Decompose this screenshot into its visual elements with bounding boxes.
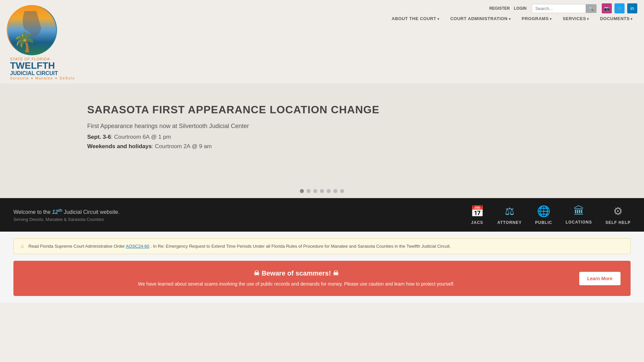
selfhelp-icon: ⚙ bbox=[613, 205, 623, 218]
main-nav: ABOUT THE COURT COURT ADMINISTRATION PRO… bbox=[78, 13, 644, 27]
hero-date-line2: Weekends and holidays: Courtroom 2A @ 9 … bbox=[87, 143, 631, 150]
hero-section: SARASOTA FIRST APPEARANCE LOCATION CHANG… bbox=[0, 83, 644, 184]
alert-text-post: . In Re: Emergency Request to Extend Tim… bbox=[151, 244, 451, 249]
hero-date-line1: Sept. 3-6: Courtroom 6A @ 1 pm bbox=[87, 134, 631, 140]
nav-court-administration[interactable]: COURT ADMINISTRATION bbox=[445, 13, 515, 24]
hero-subtitle: First Appearance hearings now at Silvert… bbox=[87, 123, 631, 130]
auth-links: REGISTER LOGIN bbox=[489, 6, 527, 11]
quick-link-public[interactable]: 🌐 PUBLIC bbox=[535, 205, 552, 225]
linkedin-icon[interactable]: in bbox=[627, 3, 637, 13]
quick-link-attorney[interactable]: ⚖ ATTORNEY bbox=[497, 205, 522, 225]
search-box: 🔍 bbox=[532, 4, 597, 13]
logo-judicial-text: JUDICIAL CIRCUIT bbox=[10, 70, 75, 76]
scammer-body: We have learned about several scams invo… bbox=[23, 281, 569, 288]
welcome-subtext: Serving Desoto, Manatee & Sarasota Count… bbox=[13, 217, 119, 222]
quick-link-jacs[interactable]: 📅 JACS bbox=[471, 205, 484, 225]
skull-icon-left: ☠ bbox=[254, 269, 260, 277]
hero-date-bold1: Sept. 3-6 bbox=[87, 134, 111, 140]
skull-icon-right: ☠ bbox=[333, 269, 339, 277]
attorney-label: ATTORNEY bbox=[497, 220, 522, 225]
learn-more-button[interactable]: Learn More bbox=[579, 272, 621, 285]
nav-about-court[interactable]: ABOUT THE COURT bbox=[387, 13, 444, 24]
locations-label: LOCATIONS bbox=[566, 220, 592, 225]
circuit-number: 12th bbox=[52, 209, 64, 215]
alert-link[interactable]: AOSC24-60 bbox=[126, 244, 149, 249]
selfhelp-label: SELF HELP bbox=[605, 220, 631, 225]
public-label: PUBLIC bbox=[535, 220, 552, 225]
hero-date-rest2: : Courtroom 2A @ 9 am bbox=[152, 143, 212, 149]
scammer-title: ☠ Beware of scammers! ☠ bbox=[23, 269, 569, 277]
carousel-dot-1[interactable] bbox=[300, 189, 304, 193]
twitter-icon[interactable]: 🐦 bbox=[614, 3, 625, 13]
carousel-dot-3[interactable] bbox=[313, 189, 317, 193]
carousel-dots bbox=[0, 184, 644, 198]
nav-programs[interactable]: PROGRAMS bbox=[517, 13, 556, 24]
login-link[interactable]: LOGIN bbox=[514, 6, 527, 11]
locations-icon: 🏛 bbox=[574, 205, 584, 217]
warning-icon: ⚠ bbox=[20, 244, 24, 249]
nav-services[interactable]: SERVICES bbox=[558, 13, 594, 24]
site-logo: 🌴 bbox=[7, 5, 57, 55]
scammer-alert: ☠ Beware of scammers! ☠ We have learned … bbox=[13, 261, 631, 296]
welcome-strip: Welcome to the 12th Judicial Circuit web… bbox=[0, 198, 644, 232]
instagram-icon[interactable]: 📷 bbox=[602, 3, 612, 13]
public-icon: 🌐 bbox=[537, 205, 550, 218]
attorney-icon: ⚖ bbox=[505, 205, 515, 218]
scammer-content: ☠ Beware of scammers! ☠ We have learned … bbox=[23, 269, 569, 288]
hero-date-bold2: Weekends and holidays bbox=[87, 143, 152, 149]
alerts-section: ⚠ Read Florida Supreme Court Administrat… bbox=[0, 232, 644, 303]
alert-text-pre: Read Florida Supreme Court Administrativ… bbox=[29, 244, 126, 249]
social-icons: 📷 🐦 in bbox=[602, 3, 637, 13]
carousel-dot-2[interactable] bbox=[307, 189, 311, 193]
carousel-dot-5[interactable] bbox=[327, 189, 331, 193]
logo-counties-text: Sarasota ✦ Manatee ✦ DeSoto bbox=[10, 76, 75, 80]
quick-links: 📅 JACS ⚖ ATTORNEY 🌐 PUBLIC 🏛 LOCATIONS ⚙… bbox=[471, 205, 631, 225]
hero-date-rest1: : Courtroom 6A @ 1 pm bbox=[111, 134, 171, 140]
register-link[interactable]: REGISTER bbox=[489, 6, 510, 11]
jacs-icon: 📅 bbox=[471, 205, 484, 218]
carousel-dot-4[interactable] bbox=[320, 189, 324, 193]
welcome-text: Welcome to the 12th Judicial Circuit web… bbox=[13, 208, 119, 215]
yellow-alert: ⚠ Read Florida Supreme Court Administrat… bbox=[13, 238, 631, 254]
carousel-dot-6[interactable] bbox=[333, 189, 337, 193]
quick-link-locations[interactable]: 🏛 LOCATIONS bbox=[566, 205, 592, 225]
quick-link-selfhelp[interactable]: ⚙ SELF HELP bbox=[605, 205, 631, 225]
search-button[interactable]: 🔍 bbox=[586, 4, 596, 13]
hero-title: SARASOTA FIRST APPEARANCE LOCATION CHANG… bbox=[87, 104, 631, 116]
carousel-dot-7[interactable] bbox=[340, 189, 344, 193]
jacs-label: JACS bbox=[471, 220, 483, 225]
logo-circuit-text: TWELFTH bbox=[10, 61, 75, 70]
nav-documents[interactable]: DOCUMENTS bbox=[595, 13, 637, 24]
florida-map-icon bbox=[18, 9, 45, 40]
search-input[interactable] bbox=[532, 4, 586, 13]
